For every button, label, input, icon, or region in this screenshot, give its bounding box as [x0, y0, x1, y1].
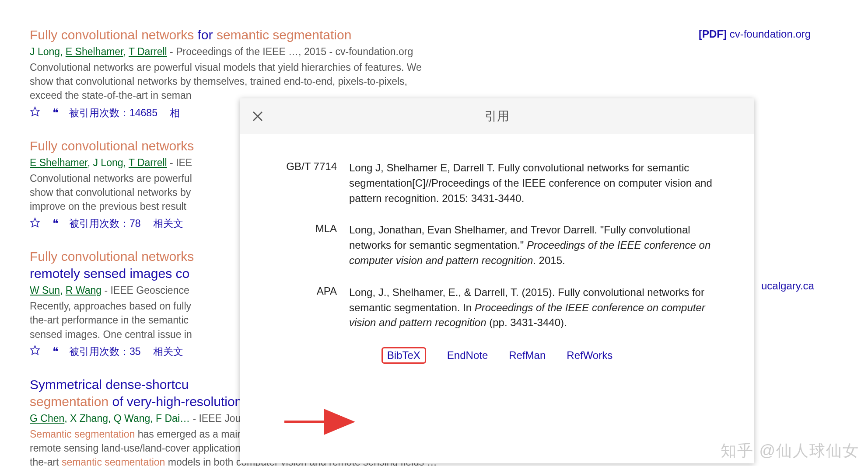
- cite-format-label: APA: [270, 285, 349, 330]
- authors[interactable]: J Long, E Shelhamer, T Darrell: [30, 46, 167, 57]
- refman-link[interactable]: RefMan: [509, 349, 546, 362]
- bibtex-link[interactable]: BibTeX: [382, 347, 426, 364]
- cite-row-gbt: GB/T 7714 Long J, Shelhamer E, Darrell T…: [270, 160, 724, 206]
- svg-marker-0: [31, 107, 39, 116]
- result-title[interactable]: Fully convolutional networks for semanti…: [30, 26, 577, 43]
- cite-icon[interactable]: ❝: [52, 217, 57, 230]
- star-icon[interactable]: [30, 345, 40, 358]
- authors[interactable]: E Shelhamer, J Long, T Darrell: [30, 157, 167, 168]
- cite-text[interactable]: Long, Jonathan, Evan Shelhamer, and Trev…: [349, 223, 724, 268]
- cite-icon[interactable]: ❝: [52, 106, 57, 120]
- pdf-link[interactable]: [PDF] cv-foundation.org: [699, 28, 811, 40]
- cited-by-link[interactable]: 被引用次数：78: [69, 217, 141, 230]
- cite-text[interactable]: Long, J., Shelhamer, E., & Darrell, T. (…: [349, 285, 724, 330]
- close-icon[interactable]: [251, 110, 264, 123]
- authors[interactable]: G Chen, X Zhang, Q Wang, F Dai…: [30, 413, 190, 424]
- cite-format-label: GB/T 7714: [270, 160, 349, 206]
- cite-row-apa: APA Long, J., Shelhamer, E., & Darrell, …: [270, 285, 724, 330]
- refworks-link[interactable]: RefWorks: [567, 349, 612, 362]
- cite-text[interactable]: Long J, Shelhamer E, Darrell T. Fully co…: [349, 160, 724, 206]
- pdf-link[interactable]: ucalgary.ca: [761, 280, 814, 292]
- star-icon[interactable]: [30, 217, 40, 230]
- cited-by-link[interactable]: 被引用次数：35: [69, 345, 141, 358]
- cite-format-label: MLA: [270, 223, 349, 268]
- cite-modal: 引用 GB/T 7714 Long J, Shelhamer E, Darrel…: [240, 98, 754, 463]
- watermark: 知乎 @仙人球仙女: [721, 440, 859, 462]
- svg-marker-1: [31, 218, 39, 227]
- related-link[interactable]: 相关文: [153, 217, 183, 230]
- star-icon[interactable]: [30, 106, 40, 119]
- authors[interactable]: W Sun, R Wang: [30, 285, 102, 296]
- endnote-link[interactable]: EndNote: [447, 349, 488, 362]
- cite-icon[interactable]: ❝: [52, 345, 57, 358]
- cited-by-link[interactable]: 被引用次数：14685: [69, 106, 158, 120]
- related-link[interactable]: 相: [170, 106, 180, 120]
- svg-marker-2: [31, 346, 39, 355]
- cite-row-mla: MLA Long, Jonathan, Evan Shelhamer, and …: [270, 223, 724, 268]
- result-meta: J Long, E Shelhamer, T Darrell - Proceed…: [30, 46, 577, 58]
- result-abstract: Convolutional networks are powerful visu…: [30, 60, 577, 103]
- related-link[interactable]: 相关文: [153, 345, 183, 358]
- modal-title: 引用: [485, 108, 509, 125]
